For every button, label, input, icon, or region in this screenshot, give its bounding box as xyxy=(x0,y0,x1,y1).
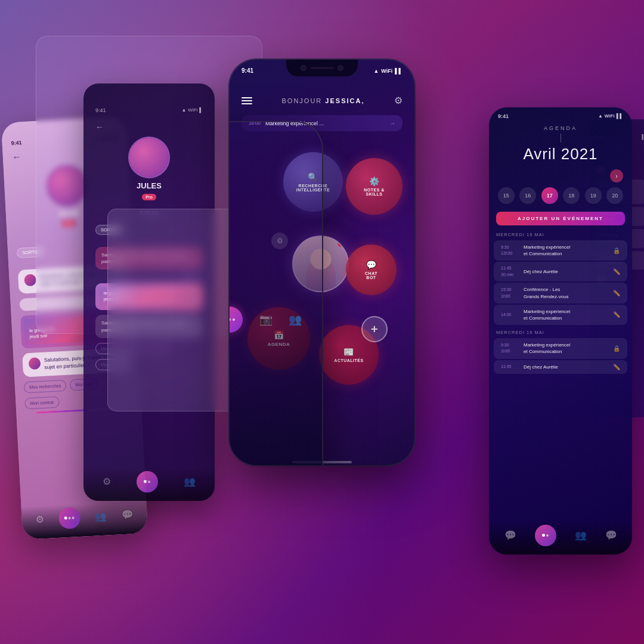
jules-status-icons: ▲WiFi▌ xyxy=(181,107,203,113)
center-status-icons: ▲ WiFi ▌▌ xyxy=(373,68,402,74)
agenda-event-2[interactable]: 11:4530 min Déj chez Aurélie ✏️ xyxy=(494,262,627,281)
day-20[interactable]: 20 xyxy=(606,187,623,204)
right-nav-center[interactable] xyxy=(535,525,556,546)
event-3-edit-icon: ✏️ xyxy=(613,290,620,296)
settings-icon[interactable]: ⚙ xyxy=(394,95,402,106)
jules-profile-name: JULES xyxy=(95,181,203,190)
phone-center: 9:41 ▲ WiFi ▌▌ BONJOUR JESSICA, ⚙ 16:00 … xyxy=(230,60,414,465)
nav-dot-2 xyxy=(230,318,231,321)
right-nav-users[interactable]: 👥 xyxy=(575,530,587,541)
center-status-time: 9:41 xyxy=(242,67,253,74)
agenda-next-btn[interactable]: › xyxy=(610,169,623,182)
agenda-event-4[interactable]: 14:00 Marketing expériencelet Communicat… xyxy=(494,305,627,325)
notch-speaker xyxy=(310,67,334,69)
event-5-lock-icon: 🔒 xyxy=(613,345,620,352)
day-16[interactable]: 16 xyxy=(519,187,536,204)
right-nav-chat-2[interactable]: 💬 xyxy=(605,530,617,541)
mes-recherches-btn[interactable]: Mes recherches xyxy=(24,379,67,393)
bubble-plus[interactable]: + xyxy=(361,316,388,342)
agenda-month: Avril 2021 xyxy=(498,145,623,163)
agenda-nav: › xyxy=(489,169,632,182)
jules-back-icon[interactable]: ← xyxy=(95,122,104,132)
event-1-time: 9:3012h30 xyxy=(501,244,519,257)
center-header: BONJOUR JESSICA, ⚙ xyxy=(230,74,414,112)
wifi-icon: WiFi xyxy=(381,68,392,74)
center-phone-content: 9:41 ▲ WiFi ▌▌ BONJOUR JESSICA, ⚙ 16:00 … xyxy=(230,63,414,465)
notch-camera-2 xyxy=(338,65,343,71)
event-2-name: Déj chez Aurélie xyxy=(524,268,608,275)
right-battery-icon: ▌▌ xyxy=(617,113,623,119)
header-greeting-text: BONJOUR JESSICA, xyxy=(282,97,365,104)
event-arrow-icon: → xyxy=(389,120,395,126)
right-wifi-icon: WiFi xyxy=(605,113,615,119)
jules-nav-center[interactable] xyxy=(137,471,158,493)
left-nav-settings[interactable]: ⚙ xyxy=(35,513,44,525)
left-nav-center[interactable] xyxy=(58,506,80,529)
nav-center-button[interactable] xyxy=(230,306,243,333)
jules-back-row: ← xyxy=(95,122,203,132)
notch-camera xyxy=(301,65,306,71)
agenda-section-date-2: MERCREDI 19 MAI xyxy=(489,326,632,337)
center-bottom-nav: 💬 📷 📷 👥 xyxy=(230,122,322,465)
event-4-name: Marketing expériencelet Communication xyxy=(524,308,608,321)
right-bottom-nav: 💬 👥 💬 xyxy=(489,522,632,555)
left-bottom-nav: ⚙ 👥 💬 xyxy=(21,500,148,540)
event-3-time: 15:301h30 xyxy=(501,287,519,299)
agenda-title-label: AGENDA xyxy=(498,125,623,131)
day-19[interactable]: 19 xyxy=(585,187,602,204)
center-notch xyxy=(286,60,358,76)
phone-right: 9:41 ▲ WiFi ▌▌ AGENDA Avril 2021 › 15 16… xyxy=(489,107,632,555)
left-status-time: 9:41 xyxy=(11,140,22,146)
jules-profile: JULES Pro xyxy=(95,137,203,201)
day-17-active[interactable]: 17 xyxy=(541,187,558,204)
nav-camera-icon-2: 📷 xyxy=(259,313,273,326)
event-3-name: Conférence - LesGrands Rendez-vous xyxy=(524,286,608,299)
event-2-edit-icon: ✏️ xyxy=(613,268,620,275)
right-signal-icon: ▲ xyxy=(598,113,603,119)
nav-users[interactable]: 👥 xyxy=(289,313,302,326)
header-name: JESSICA, xyxy=(325,97,364,104)
jules-nav-users[interactable]: 👥 xyxy=(184,476,196,487)
nav-dot-3 xyxy=(233,318,235,321)
bubble-notes[interactable]: ⚙️ NOTES &SKILLS xyxy=(346,158,402,215)
left-nav-chat[interactable]: 💬 xyxy=(122,509,134,521)
nav-users-icon: 👥 xyxy=(289,313,302,326)
agenda-event-3[interactable]: 15:301h30 Conférence - LesGrands Rendez-… xyxy=(494,283,627,303)
event-4-edit-icon: ✏️ xyxy=(613,311,620,318)
day-18[interactable]: 18 xyxy=(563,187,580,204)
chatbot-icon: 💬 xyxy=(366,260,377,270)
notes-icon: ⚙️ xyxy=(369,177,380,186)
agenda-event-5[interactable]: 9:301h30 Marketing expériencelet Communi… xyxy=(494,338,627,358)
event-6-time: 11:45 xyxy=(501,364,519,370)
nav-camera-2[interactable]: 📷 xyxy=(259,313,273,326)
left-nav-users[interactable]: 👥 xyxy=(95,510,107,522)
progress-fill xyxy=(36,409,87,414)
agenda-divider xyxy=(561,134,561,143)
event-4-time: 14:00 xyxy=(501,312,519,318)
day-15[interactable]: 15 xyxy=(498,187,515,204)
jules-status: 9:41 ▲WiFi▌ xyxy=(95,107,203,113)
agenda-event-1[interactable]: 9:3012h30 Marketing expériencelet Commun… xyxy=(494,240,627,261)
nav-center-dots xyxy=(230,318,235,321)
agenda-event-6[interactable]: 11:45 Déj chez Aurélie ✏️ xyxy=(494,360,627,374)
agenda-section-date-1: MERCREDI 19 MAI xyxy=(489,228,632,239)
jules-profile-badge: Pro xyxy=(142,194,156,200)
event-5-name: Marketing expériencelet Communication xyxy=(524,342,608,355)
right-status-icons: ▲ WiFi ▌▌ xyxy=(598,113,623,119)
event-6-edit-icon: ✏️ xyxy=(613,364,620,370)
actualites-label: ACTUALITÉS xyxy=(334,358,363,363)
mon-contrat-btn[interactable]: Mon contrat xyxy=(24,396,60,409)
week-row: 15 16 17 18 19 20 xyxy=(489,182,632,209)
jules-nav-settings[interactable]: ⚙ xyxy=(103,476,111,487)
event-2-time: 11:4530 min xyxy=(501,265,519,278)
event-1-lock-icon: 🔒 xyxy=(613,247,620,254)
event-6-name: Déj chez Aurélie xyxy=(524,364,608,370)
add-event-button[interactable]: AJOUTER UN ÉVÉNEMENT xyxy=(496,212,625,225)
hamburger-menu[interactable] xyxy=(242,97,252,104)
bubble-chatbot[interactable]: 💬 CHATBOT xyxy=(346,244,397,295)
jules-profile-avatar xyxy=(128,137,170,178)
event-1-name: Marketing expériencelet Communication xyxy=(524,244,608,257)
right-nav-chat[interactable]: 💬 xyxy=(504,530,516,541)
agenda-header: AGENDA Avril 2021 xyxy=(489,122,632,169)
right-status-bar: 9:41 ▲ WiFi ▌▌ xyxy=(489,107,632,122)
